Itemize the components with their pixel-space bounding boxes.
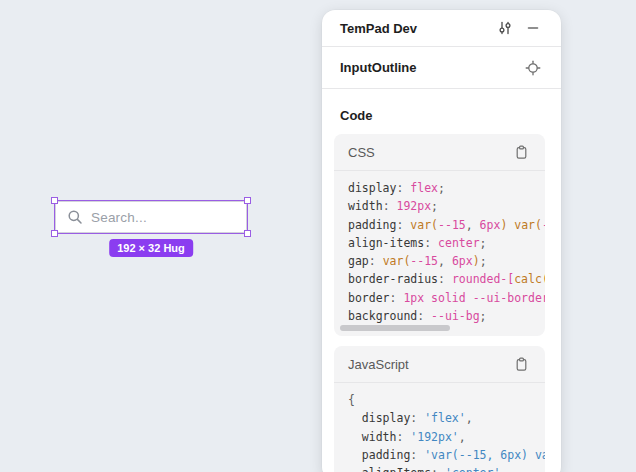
panel-title: TemPad Dev	[340, 21, 493, 36]
js-block-title: JavaScript	[348, 357, 509, 372]
code-section-label: Code	[322, 89, 561, 134]
figma-canvas: { "canvas": { "input": { "placeholder": …	[0, 0, 636, 472]
copy-clipboard-icon[interactable]	[509, 352, 533, 376]
js-code-block: JavaScript { display: 'flex', width: '19…	[334, 346, 545, 472]
locate-target-icon[interactable]	[521, 56, 545, 80]
size-badge: 192 × 32 Hug	[109, 239, 193, 257]
code-line: border: 1px solid --ui-border-strong;	[348, 289, 545, 307]
code-line: background: --ui-bg;	[348, 307, 545, 325]
selection-handle-top-left[interactable]	[51, 197, 58, 204]
selection-handle-top-right[interactable]	[244, 197, 251, 204]
panel-header: TemPad Dev	[322, 10, 561, 47]
code-line: gap: var(--15, 6px);	[348, 252, 545, 270]
minimize-icon[interactable]	[521, 16, 545, 40]
search-icon	[67, 209, 83, 225]
code-line: width: '192px',	[348, 428, 545, 446]
settings-sliders-icon[interactable]	[493, 16, 517, 40]
code-line: width: 192px;	[348, 197, 545, 215]
css-block-header: CSS	[334, 134, 545, 171]
selected-node-row: InputOutline	[322, 47, 561, 89]
selection-handle-bottom-right[interactable]	[244, 230, 251, 237]
code-line: display: 'flex',	[348, 409, 545, 427]
css-code-area[interactable]: display: flex;width: 192px;padding: var(…	[334, 171, 545, 336]
css-block-title: CSS	[348, 145, 509, 160]
tempad-dev-panel: TemPad Dev InputOutline	[322, 10, 561, 472]
selected-component-outline[interactable]: Search...	[55, 201, 247, 233]
selected-node-name: InputOutline	[340, 60, 521, 75]
code-line: {	[348, 391, 545, 409]
search-input[interactable]: Search...	[55, 201, 247, 233]
js-code-area[interactable]: { display: 'flex', width: '192px', paddi…	[334, 383, 545, 472]
js-block-header: JavaScript	[334, 346, 545, 383]
horizontal-scrollbar[interactable]	[340, 325, 450, 331]
code-line: padding: var(--15, 6px) var(--15, 6px);	[348, 216, 545, 234]
code-line: border-radius: rounded-[calc(var(--radiu…	[348, 270, 545, 288]
code-line: display: flex;	[348, 179, 545, 197]
code-line: padding: 'var(--15, 6px) var(--15, 6px)'…	[348, 446, 545, 464]
copy-clipboard-icon[interactable]	[509, 140, 533, 164]
code-line: align-items: center;	[348, 234, 545, 252]
selection-handle-bottom-left[interactable]	[51, 230, 58, 237]
css-code-block: CSS display: flex;width: 192px;padding: …	[334, 134, 545, 336]
search-placeholder: Search...	[91, 210, 147, 225]
code-line: alignItems: 'center',	[348, 464, 545, 472]
